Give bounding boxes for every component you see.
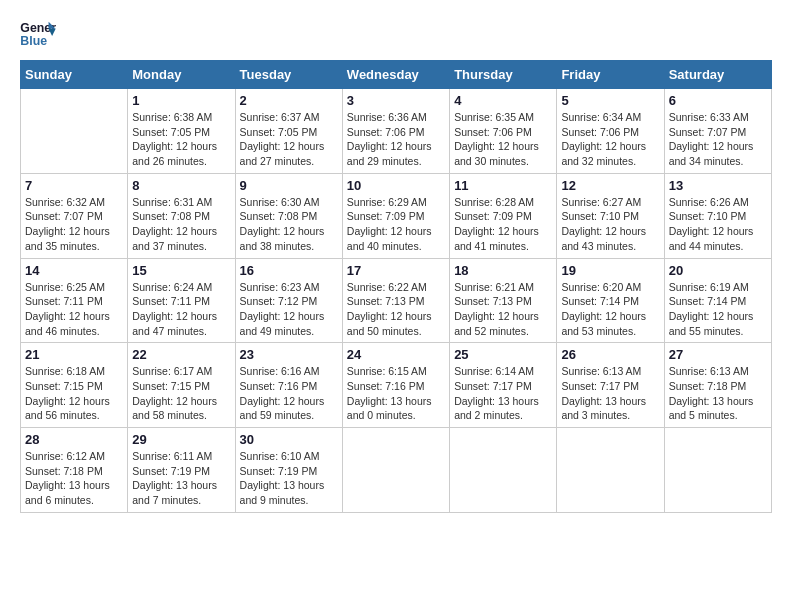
calendar-cell: 15Sunrise: 6:24 AM Sunset: 7:11 PM Dayli… xyxy=(128,258,235,343)
calendar-week-row: 1Sunrise: 6:38 AM Sunset: 7:05 PM Daylig… xyxy=(21,89,772,174)
calendar-cell: 3Sunrise: 6:36 AM Sunset: 7:06 PM Daylig… xyxy=(342,89,449,174)
day-number: 6 xyxy=(669,93,767,108)
day-info: Sunrise: 6:31 AM Sunset: 7:08 PM Dayligh… xyxy=(132,195,230,254)
weekday-header-tuesday: Tuesday xyxy=(235,61,342,89)
day-info: Sunrise: 6:13 AM Sunset: 7:18 PM Dayligh… xyxy=(669,364,767,423)
day-info: Sunrise: 6:19 AM Sunset: 7:14 PM Dayligh… xyxy=(669,280,767,339)
calendar-cell xyxy=(557,428,664,513)
day-number: 28 xyxy=(25,432,123,447)
weekday-header-sunday: Sunday xyxy=(21,61,128,89)
day-info: Sunrise: 6:13 AM Sunset: 7:17 PM Dayligh… xyxy=(561,364,659,423)
weekday-header-row: SundayMondayTuesdayWednesdayThursdayFrid… xyxy=(21,61,772,89)
calendar-week-row: 14Sunrise: 6:25 AM Sunset: 7:11 PM Dayli… xyxy=(21,258,772,343)
calendar-cell: 5Sunrise: 6:34 AM Sunset: 7:06 PM Daylig… xyxy=(557,89,664,174)
calendar-week-row: 28Sunrise: 6:12 AM Sunset: 7:18 PM Dayli… xyxy=(21,428,772,513)
day-info: Sunrise: 6:17 AM Sunset: 7:15 PM Dayligh… xyxy=(132,364,230,423)
day-number: 19 xyxy=(561,263,659,278)
weekday-header-wednesday: Wednesday xyxy=(342,61,449,89)
calendar-cell: 2Sunrise: 6:37 AM Sunset: 7:05 PM Daylig… xyxy=(235,89,342,174)
day-number: 21 xyxy=(25,347,123,362)
calendar-cell: 8Sunrise: 6:31 AM Sunset: 7:08 PM Daylig… xyxy=(128,173,235,258)
day-info: Sunrise: 6:35 AM Sunset: 7:06 PM Dayligh… xyxy=(454,110,552,169)
day-number: 2 xyxy=(240,93,338,108)
svg-text:Blue: Blue xyxy=(20,34,47,48)
calendar-cell: 21Sunrise: 6:18 AM Sunset: 7:15 PM Dayli… xyxy=(21,343,128,428)
day-info: Sunrise: 6:12 AM Sunset: 7:18 PM Dayligh… xyxy=(25,449,123,508)
day-info: Sunrise: 6:30 AM Sunset: 7:08 PM Dayligh… xyxy=(240,195,338,254)
day-number: 22 xyxy=(132,347,230,362)
day-number: 3 xyxy=(347,93,445,108)
calendar-cell: 30Sunrise: 6:10 AM Sunset: 7:19 PM Dayli… xyxy=(235,428,342,513)
day-info: Sunrise: 6:25 AM Sunset: 7:11 PM Dayligh… xyxy=(25,280,123,339)
day-number: 15 xyxy=(132,263,230,278)
calendar-cell xyxy=(664,428,771,513)
page-header: General Blue xyxy=(20,20,772,50)
calendar-cell: 4Sunrise: 6:35 AM Sunset: 7:06 PM Daylig… xyxy=(450,89,557,174)
calendar-cell: 18Sunrise: 6:21 AM Sunset: 7:13 PM Dayli… xyxy=(450,258,557,343)
day-number: 13 xyxy=(669,178,767,193)
day-number: 23 xyxy=(240,347,338,362)
day-info: Sunrise: 6:10 AM Sunset: 7:19 PM Dayligh… xyxy=(240,449,338,508)
weekday-header-friday: Friday xyxy=(557,61,664,89)
calendar-week-row: 21Sunrise: 6:18 AM Sunset: 7:15 PM Dayli… xyxy=(21,343,772,428)
day-info: Sunrise: 6:36 AM Sunset: 7:06 PM Dayligh… xyxy=(347,110,445,169)
day-number: 18 xyxy=(454,263,552,278)
calendar-table: SundayMondayTuesdayWednesdayThursdayFrid… xyxy=(20,60,772,513)
logo-icon: General Blue xyxy=(20,20,56,50)
day-number: 26 xyxy=(561,347,659,362)
day-info: Sunrise: 6:24 AM Sunset: 7:11 PM Dayligh… xyxy=(132,280,230,339)
day-info: Sunrise: 6:38 AM Sunset: 7:05 PM Dayligh… xyxy=(132,110,230,169)
day-info: Sunrise: 6:29 AM Sunset: 7:09 PM Dayligh… xyxy=(347,195,445,254)
day-number: 20 xyxy=(669,263,767,278)
day-number: 1 xyxy=(132,93,230,108)
calendar-cell: 26Sunrise: 6:13 AM Sunset: 7:17 PM Dayli… xyxy=(557,343,664,428)
calendar-cell: 23Sunrise: 6:16 AM Sunset: 7:16 PM Dayli… xyxy=(235,343,342,428)
day-number: 29 xyxy=(132,432,230,447)
calendar-cell: 28Sunrise: 6:12 AM Sunset: 7:18 PM Dayli… xyxy=(21,428,128,513)
day-info: Sunrise: 6:28 AM Sunset: 7:09 PM Dayligh… xyxy=(454,195,552,254)
day-info: Sunrise: 6:16 AM Sunset: 7:16 PM Dayligh… xyxy=(240,364,338,423)
weekday-header-thursday: Thursday xyxy=(450,61,557,89)
day-info: Sunrise: 6:18 AM Sunset: 7:15 PM Dayligh… xyxy=(25,364,123,423)
day-number: 14 xyxy=(25,263,123,278)
day-info: Sunrise: 6:14 AM Sunset: 7:17 PM Dayligh… xyxy=(454,364,552,423)
calendar-cell: 22Sunrise: 6:17 AM Sunset: 7:15 PM Dayli… xyxy=(128,343,235,428)
day-info: Sunrise: 6:26 AM Sunset: 7:10 PM Dayligh… xyxy=(669,195,767,254)
calendar-cell: 29Sunrise: 6:11 AM Sunset: 7:19 PM Dayli… xyxy=(128,428,235,513)
day-number: 25 xyxy=(454,347,552,362)
day-info: Sunrise: 6:32 AM Sunset: 7:07 PM Dayligh… xyxy=(25,195,123,254)
day-number: 27 xyxy=(669,347,767,362)
day-info: Sunrise: 6:20 AM Sunset: 7:14 PM Dayligh… xyxy=(561,280,659,339)
calendar-cell: 10Sunrise: 6:29 AM Sunset: 7:09 PM Dayli… xyxy=(342,173,449,258)
weekday-header-saturday: Saturday xyxy=(664,61,771,89)
day-info: Sunrise: 6:34 AM Sunset: 7:06 PM Dayligh… xyxy=(561,110,659,169)
day-number: 5 xyxy=(561,93,659,108)
day-info: Sunrise: 6:37 AM Sunset: 7:05 PM Dayligh… xyxy=(240,110,338,169)
day-number: 17 xyxy=(347,263,445,278)
calendar-cell: 1Sunrise: 6:38 AM Sunset: 7:05 PM Daylig… xyxy=(128,89,235,174)
calendar-cell xyxy=(342,428,449,513)
calendar-week-row: 7Sunrise: 6:32 AM Sunset: 7:07 PM Daylig… xyxy=(21,173,772,258)
calendar-cell: 16Sunrise: 6:23 AM Sunset: 7:12 PM Dayli… xyxy=(235,258,342,343)
day-info: Sunrise: 6:33 AM Sunset: 7:07 PM Dayligh… xyxy=(669,110,767,169)
day-number: 9 xyxy=(240,178,338,193)
calendar-cell: 24Sunrise: 6:15 AM Sunset: 7:16 PM Dayli… xyxy=(342,343,449,428)
day-info: Sunrise: 6:22 AM Sunset: 7:13 PM Dayligh… xyxy=(347,280,445,339)
day-number: 11 xyxy=(454,178,552,193)
calendar-cell: 7Sunrise: 6:32 AM Sunset: 7:07 PM Daylig… xyxy=(21,173,128,258)
day-number: 24 xyxy=(347,347,445,362)
calendar-cell: 20Sunrise: 6:19 AM Sunset: 7:14 PM Dayli… xyxy=(664,258,771,343)
day-info: Sunrise: 6:21 AM Sunset: 7:13 PM Dayligh… xyxy=(454,280,552,339)
day-number: 8 xyxy=(132,178,230,193)
calendar-cell: 11Sunrise: 6:28 AM Sunset: 7:09 PM Dayli… xyxy=(450,173,557,258)
calendar-cell: 25Sunrise: 6:14 AM Sunset: 7:17 PM Dayli… xyxy=(450,343,557,428)
calendar-cell: 17Sunrise: 6:22 AM Sunset: 7:13 PM Dayli… xyxy=(342,258,449,343)
day-info: Sunrise: 6:11 AM Sunset: 7:19 PM Dayligh… xyxy=(132,449,230,508)
day-number: 16 xyxy=(240,263,338,278)
calendar-cell: 27Sunrise: 6:13 AM Sunset: 7:18 PM Dayli… xyxy=(664,343,771,428)
calendar-cell xyxy=(21,89,128,174)
calendar-cell xyxy=(450,428,557,513)
calendar-cell: 19Sunrise: 6:20 AM Sunset: 7:14 PM Dayli… xyxy=(557,258,664,343)
calendar-cell: 14Sunrise: 6:25 AM Sunset: 7:11 PM Dayli… xyxy=(21,258,128,343)
day-number: 30 xyxy=(240,432,338,447)
